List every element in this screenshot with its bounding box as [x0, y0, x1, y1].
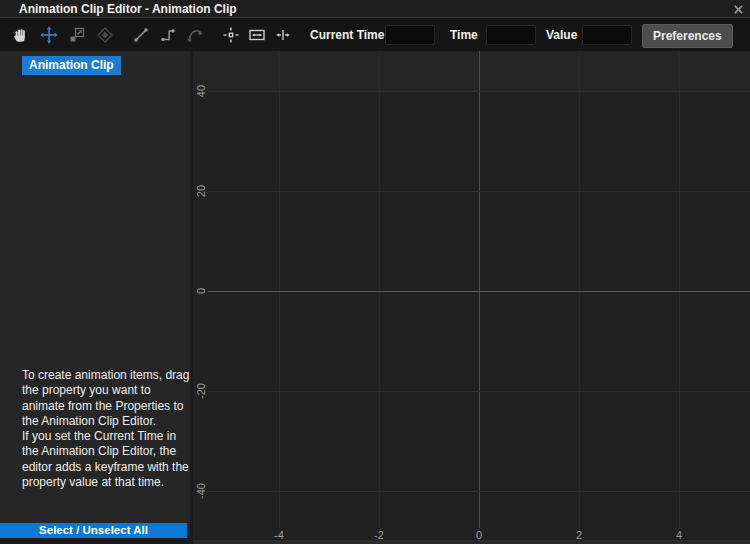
step-segment-icon	[158, 25, 178, 45]
value-input[interactable]	[582, 25, 632, 45]
axis-horizontal-zero	[208, 291, 750, 292]
sidebar-bottom-strip	[0, 538, 190, 544]
current-time-label: Current Time	[310, 28, 384, 42]
preferences-button[interactable]: Preferences	[642, 24, 733, 48]
move-tool-button[interactable]	[38, 24, 60, 46]
gridline-vertical	[379, 51, 380, 528]
curve-segment-icon	[185, 25, 205, 45]
animation-clip-item[interactable]: Animation Clip	[22, 56, 121, 75]
select-unselect-all-button[interactable]: Select / Unselect All	[0, 523, 187, 538]
y-tick-label: -20	[195, 378, 207, 404]
curve-editor-canvas[interactable]: 40 20 0 -20 -40 -4 -2 0 2 4	[193, 51, 750, 544]
window-title: Animation Clip Editor - Animation Clip	[19, 2, 237, 16]
expand-horizontal-tool-button[interactable]	[272, 24, 294, 46]
y-tick-label: 0	[195, 278, 207, 304]
scale-tool-button[interactable]	[66, 24, 88, 46]
clip-list-panel: Animation Clip To create animation items…	[0, 51, 190, 544]
spline-interpolation-tool-button[interactable]	[184, 24, 206, 46]
gridline-horizontal	[208, 391, 750, 392]
add-keyframe-tool-button[interactable]	[94, 24, 116, 46]
linear-segment-icon	[131, 25, 151, 45]
center-view-tool-button[interactable]	[220, 24, 242, 46]
gridline-horizontal	[208, 191, 750, 192]
gridline-horizontal	[208, 491, 750, 492]
value-label: Value	[546, 28, 577, 42]
y-tick-label: 40	[195, 78, 207, 104]
crosshair-icon	[221, 25, 241, 45]
linear-interpolation-tool-button[interactable]	[130, 24, 152, 46]
time-label: Time	[450, 28, 478, 42]
help-text: To create animation items, drag the prop…	[22, 368, 190, 490]
move-arrows-icon	[39, 25, 59, 45]
current-time-input[interactable]	[385, 25, 435, 45]
fit-horizontal-tool-button[interactable]	[246, 24, 268, 46]
y-tick-label: 20	[195, 178, 207, 204]
y-tick-label: -40	[195, 478, 207, 504]
pan-tool-button[interactable]	[10, 24, 32, 46]
hand-icon	[11, 25, 31, 45]
keyframe-diamond-icon	[95, 25, 115, 45]
scale-icon	[67, 25, 87, 45]
gridline-vertical	[679, 51, 680, 528]
gridline-horizontal	[208, 91, 750, 92]
close-button[interactable]	[730, 2, 746, 16]
fit-width-icon	[247, 25, 267, 45]
step-interpolation-tool-button[interactable]	[157, 24, 179, 46]
out-of-range-band	[193, 51, 750, 91]
toolbar: Current Time Time Value Preferences	[0, 18, 750, 51]
gridline-vertical	[279, 51, 280, 528]
graph-bottom-strip	[193, 540, 750, 544]
axis-vertical-zero	[479, 51, 480, 528]
time-input[interactable]	[486, 25, 536, 45]
gridline-vertical	[579, 51, 580, 528]
close-icon	[733, 4, 744, 15]
split-arrows-icon	[273, 25, 293, 45]
title-bar[interactable]: Animation Clip Editor - Animation Clip	[0, 0, 750, 18]
animation-clip-editor-window: Animation Clip Editor - Animation Clip	[0, 0, 750, 544]
